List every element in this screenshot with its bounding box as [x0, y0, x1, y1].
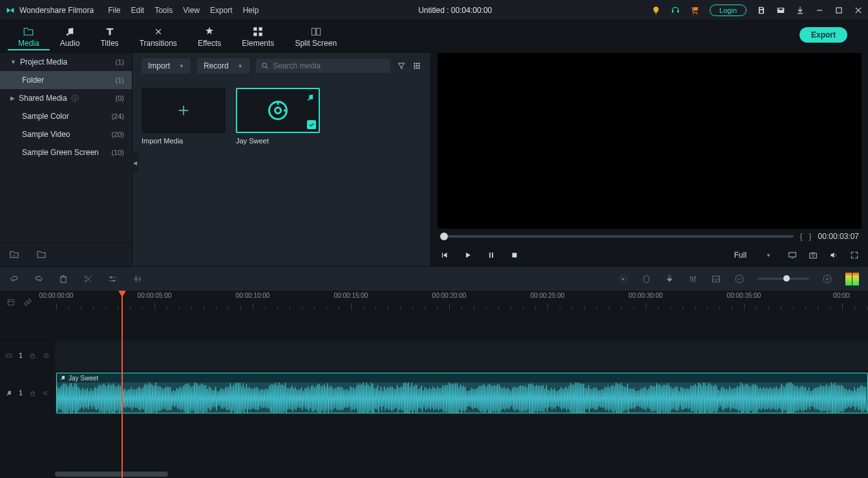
sidebar-item-project-media[interactable]: ▼Project Media (1)	[0, 53, 132, 71]
mark-out-icon[interactable]: }	[809, 232, 812, 241]
audio-wave-icon[interactable]	[132, 274, 142, 284]
module-tabs: Media Audio Titles Transitions Effects E…	[0, 21, 868, 53]
music-note-icon	[59, 375, 66, 381]
menu-file[interactable]: File	[108, 6, 120, 15]
speaker-icon[interactable]	[43, 389, 50, 397]
preview-zoom-select[interactable]: Full▼	[729, 248, 776, 262]
lock-icon[interactable]	[29, 389, 36, 397]
svg-rect-4	[254, 27, 257, 30]
marker-icon[interactable]	[641, 274, 651, 284]
tab-transitions-label: Transitions	[140, 39, 177, 48]
close-icon[interactable]	[854, 6, 863, 15]
audio-track-body[interactable]: Jay Sweet	[55, 371, 868, 415]
video-track-icon	[5, 351, 12, 360]
menu-help[interactable]: Help	[243, 6, 259, 15]
import-media-card[interactable]: Import Media	[142, 88, 226, 145]
zoom-in-icon[interactable]	[822, 274, 832, 284]
panel-collapse-button[interactable]: ◀	[132, 153, 138, 172]
music-note-icon	[5, 389, 12, 397]
sidebar-item-sample-green[interactable]: Sample Green Screen (10)	[0, 143, 132, 161]
scrub-slider[interactable]	[440, 235, 794, 238]
sidebar-item-sample-video[interactable]: Sample Video (20)	[0, 125, 132, 143]
display-icon[interactable]	[788, 251, 797, 260]
track-options-icon[interactable]	[6, 298, 16, 307]
folder-icon[interactable]	[36, 249, 47, 260]
pause-icon[interactable]	[487, 251, 496, 260]
timeline-zoom-slider[interactable]	[757, 278, 809, 280]
eye-icon[interactable]	[43, 351, 50, 360]
filter-icon[interactable]	[397, 61, 406, 70]
stop-icon[interactable]	[510, 251, 519, 260]
audio-mixer-icon[interactable]	[688, 274, 698, 284]
volume-icon[interactable]	[829, 251, 838, 260]
svg-rect-0	[817, 10, 822, 10]
redo-icon[interactable]	[34, 274, 44, 284]
export-button[interactable]: Export	[799, 27, 847, 43]
tab-transitions[interactable]: Transitions	[129, 23, 187, 50]
effects-icon	[204, 26, 215, 37]
link-icon[interactable]	[23, 298, 32, 307]
timeline-scrollbar[interactable]	[55, 472, 168, 477]
maximize-icon[interactable]	[834, 6, 843, 15]
video-track-1[interactable]: 1	[0, 340, 868, 371]
record-dropdown[interactable]: Record▼	[197, 58, 249, 74]
mic-icon[interactable]	[664, 274, 675, 284]
text-icon	[104, 26, 116, 37]
render-icon[interactable]	[618, 274, 628, 284]
folder-icon	[23, 26, 34, 37]
image-icon[interactable]	[711, 274, 721, 284]
sidebar-item-shared-media[interactable]: ▶Shared Media (0)	[0, 89, 132, 107]
tab-media[interactable]: Media	[8, 23, 50, 50]
tab-audio[interactable]: Audio	[50, 23, 90, 50]
save-icon[interactable]	[757, 6, 766, 15]
undo-icon[interactable]	[9, 274, 19, 284]
fullscreen-icon[interactable]	[850, 251, 859, 260]
delete-icon[interactable]	[58, 274, 69, 284]
lock-icon[interactable]	[29, 351, 36, 360]
prev-frame-icon[interactable]	[440, 251, 449, 260]
play-icon[interactable]	[463, 251, 472, 260]
sidebar-item-sample-color[interactable]: Sample Color (24)	[0, 107, 132, 125]
menu-view[interactable]: View	[183, 6, 200, 15]
headphones-icon[interactable]	[671, 6, 680, 15]
menu-edit[interactable]: Edit	[131, 6, 145, 15]
search-input[interactable]	[273, 61, 385, 70]
menu-export[interactable]: Export	[210, 6, 233, 15]
minimize-icon[interactable]	[815, 6, 824, 15]
tab-elements[interactable]: Elements	[231, 23, 284, 50]
tab-split-screen[interactable]: Split Screen	[284, 23, 347, 50]
audio-track-1[interactable]: 1 Jay Sweet	[0, 371, 868, 415]
download-icon[interactable]	[796, 6, 805, 15]
mark-in-icon[interactable]: {	[800, 232, 803, 241]
timeline-ruler[interactable]: 00:00:00:0000:00:05:0000:00:10:0000:00:1…	[55, 291, 868, 314]
svg-rect-31	[789, 253, 796, 257]
scrub-handle[interactable]	[440, 233, 448, 240]
svg-point-11	[74, 97, 75, 98]
tab-effects[interactable]: Effects	[187, 23, 231, 50]
clip-label: Jay Sweet	[69, 375, 98, 382]
zoom-slider-handle[interactable]	[783, 275, 790, 282]
audio-meter[interactable]	[845, 273, 859, 286]
new-folder-icon[interactable]	[9, 249, 19, 260]
sidebar-item-folder[interactable]: Folder (1)	[0, 71, 132, 89]
mail-icon[interactable]	[776, 6, 785, 15]
app-logo-icon	[5, 5, 16, 16]
preview-canvas[interactable]	[438, 53, 862, 229]
cut-icon[interactable]	[83, 274, 93, 284]
adjust-icon[interactable]	[107, 274, 118, 284]
track-number: 1	[19, 390, 23, 397]
audio-clip-jay-sweet[interactable]: Jay Sweet	[56, 373, 868, 413]
info-icon	[71, 94, 79, 102]
search-input-wrap[interactable]	[256, 59, 390, 73]
login-button[interactable]: Login	[710, 5, 746, 16]
snapshot-icon[interactable]	[809, 251, 818, 260]
tab-titles[interactable]: Titles	[90, 23, 129, 50]
media-card-jay-sweet[interactable]: Jay Sweet	[236, 88, 320, 145]
import-dropdown[interactable]: Import▼	[142, 58, 191, 74]
grid-view-icon[interactable]	[412, 61, 421, 70]
lightbulb-icon[interactable]	[651, 6, 661, 15]
menu-tools[interactable]: Tools	[154, 6, 173, 15]
video-track-body[interactable]	[55, 340, 868, 371]
zoom-out-icon[interactable]	[734, 274, 745, 284]
cart-icon[interactable]	[690, 6, 699, 15]
